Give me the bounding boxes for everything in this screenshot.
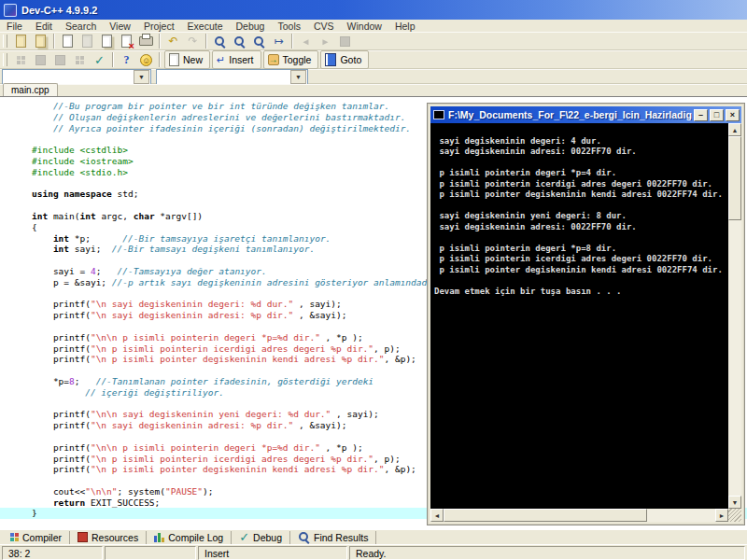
replace-button[interactable] xyxy=(249,33,269,49)
minimize-button[interactable]: – xyxy=(694,109,708,121)
tab-find-results[interactable]: Find Results xyxy=(290,531,376,544)
save-icon xyxy=(82,35,92,48)
menu-item-view[interactable]: View xyxy=(103,21,137,32)
toolbar-separator xyxy=(159,34,161,49)
save-all-button[interactable] xyxy=(97,33,117,49)
scroll-left-icon[interactable]: ◄ xyxy=(430,509,444,522)
menu-item-window[interactable]: Window xyxy=(341,21,388,32)
insert-button-label: Insert xyxy=(229,54,253,65)
console-output[interactable]: sayi degiskeninin degeri: 4 dur. sayi de… xyxy=(430,123,728,509)
new-button[interactable]: New xyxy=(164,50,210,69)
member-combo[interactable]: ▼ xyxy=(156,69,308,85)
console-body: sayi degiskeninin degeri: 4 dur. sayi de… xyxy=(430,123,741,522)
new-project-icon xyxy=(16,35,26,48)
insert-button[interactable]: ↵ Insert xyxy=(212,50,261,69)
menu-item-cvs[interactable]: CVS xyxy=(307,21,341,32)
toolbar-separator xyxy=(291,34,293,49)
mag-icon xyxy=(298,531,310,543)
scroll-up-icon[interactable]: ▲ xyxy=(728,123,741,136)
close-file-button[interactable] xyxy=(117,33,136,49)
syntax-check-icon: ✓ xyxy=(94,54,105,66)
console-title-bar[interactable]: F:\My_Documents_For_F\22_e-bergi_Icin_Ha… xyxy=(430,106,741,123)
compile-run-button[interactable] xyxy=(50,51,70,68)
save-button[interactable] xyxy=(78,33,97,49)
run-button[interactable] xyxy=(31,51,50,68)
find-button[interactable] xyxy=(210,33,230,49)
toggle-bookmark-icon: → xyxy=(268,54,279,65)
new-button-label: New xyxy=(183,54,203,65)
chevron-down-icon[interactable]: ▼ xyxy=(134,70,149,84)
console-title: F:\My_Documents_For_F\22_e-bergi_Icin_Ha… xyxy=(448,109,692,120)
open-project-button[interactable] xyxy=(31,33,50,49)
maximize-button[interactable]: □ xyxy=(710,109,724,121)
find-in-files-button[interactable] xyxy=(230,33,249,49)
forward-button[interactable]: ► xyxy=(316,33,335,49)
compile-toolbar: ✓ ? ☺ New ↵ Insert → Toggle Goto xyxy=(0,50,747,69)
replace-icon xyxy=(253,35,265,48)
rebuild-button[interactable] xyxy=(70,51,90,68)
redo-icon: ↷ xyxy=(188,35,197,47)
toggle-bookmark-button[interactable]: → Toggle xyxy=(263,50,319,69)
goto-line-icon: ↦ xyxy=(274,35,283,47)
resize-grip[interactable] xyxy=(728,509,741,522)
new-source-button[interactable] xyxy=(58,33,78,49)
abort-button[interactable] xyxy=(335,33,355,49)
horizontal-scroll-thumb[interactable] xyxy=(444,509,647,522)
tab-debug[interactable]: ✓Debug xyxy=(232,531,290,544)
goto-button-label: Goto xyxy=(340,54,361,65)
goto-line-button[interactable]: ↦ xyxy=(269,33,289,49)
console-line: sayi degiskeninin degeri: 4 dur. xyxy=(434,136,728,147)
rebuild-icon xyxy=(76,56,84,64)
console-line: sayi degiskeninin yeni degeri: 8 dur. xyxy=(434,211,728,222)
compile-button[interactable] xyxy=(11,51,31,68)
new-project-button[interactable] xyxy=(11,33,31,49)
vertical-scroll-thumb[interactable] xyxy=(728,136,741,220)
undo-button[interactable]: ↶ xyxy=(163,33,183,49)
menu-item-debug[interactable]: Debug xyxy=(230,21,272,32)
back-button[interactable]: ◄ xyxy=(296,33,316,49)
chevron-down-icon[interactable]: ▼ xyxy=(290,70,306,84)
console-line: p isimli pointer degiskeninin kendi adre… xyxy=(434,189,728,201)
console-line xyxy=(434,201,728,212)
help-icon: ? xyxy=(124,53,130,67)
toolbar-separator xyxy=(205,34,207,49)
console-window[interactable]: F:\My_Documents_For_F\22_e-bergi_Icin_Ha… xyxy=(427,103,745,525)
console-icon xyxy=(433,110,444,119)
find-icon xyxy=(214,35,226,48)
help-button[interactable]: ? xyxy=(117,51,136,68)
close-button[interactable]: × xyxy=(726,109,740,121)
about-button[interactable]: ☺ xyxy=(136,51,156,68)
title-bar: Dev-C++ 4.9.9.2 xyxy=(0,0,747,20)
menu-item-project[interactable]: Project xyxy=(137,21,181,32)
status-spacer xyxy=(105,546,196,560)
goto-bookmark-button[interactable]: Goto xyxy=(320,50,369,69)
tab-resources[interactable]: Resources xyxy=(70,531,147,544)
menu-item-edit[interactable]: Edit xyxy=(29,21,59,32)
tab-compile-log[interactable]: Compile Log xyxy=(147,531,232,544)
toolbar-grip[interactable] xyxy=(3,53,7,66)
menu-item-tools[interactable]: Tools xyxy=(271,21,307,32)
menu-item-execute[interactable]: Execute xyxy=(181,21,230,32)
menu-item-search[interactable]: Search xyxy=(59,21,103,32)
open-project-icon xyxy=(35,35,46,48)
toggle-button-label: Toggle xyxy=(283,54,312,65)
toolbar-separator xyxy=(53,34,55,49)
undo-icon: ↶ xyxy=(168,35,177,47)
class-combo[interactable]: ▼ xyxy=(2,69,151,85)
console-line xyxy=(434,158,728,169)
console-horizontal-scrollbar[interactable]: ◄ ► xyxy=(430,509,728,522)
redo-button[interactable]: ↷ xyxy=(183,33,203,49)
print-button[interactable] xyxy=(136,33,156,49)
menu-item-help[interactable]: Help xyxy=(388,21,422,32)
toolbar-grip[interactable] xyxy=(3,35,7,48)
menu-bar: FileEditSearchViewProjectExecuteDebugToo… xyxy=(0,20,747,32)
menu-item-file[interactable]: File xyxy=(0,21,29,32)
console-vertical-scrollbar[interactable]: ▲ ▼ xyxy=(728,123,741,509)
tab-main-cpp[interactable]: main.cpp xyxy=(3,83,58,96)
scroll-down-icon[interactable]: ▼ xyxy=(728,496,741,509)
scroll-track[interactable] xyxy=(647,509,715,522)
syntax-check-button[interactable]: ✓ xyxy=(90,51,109,68)
insert-icon: ↵ xyxy=(217,55,225,65)
tab-compiler[interactable]: Compiler xyxy=(3,531,70,544)
scroll-right-icon[interactable]: ► xyxy=(715,509,728,522)
